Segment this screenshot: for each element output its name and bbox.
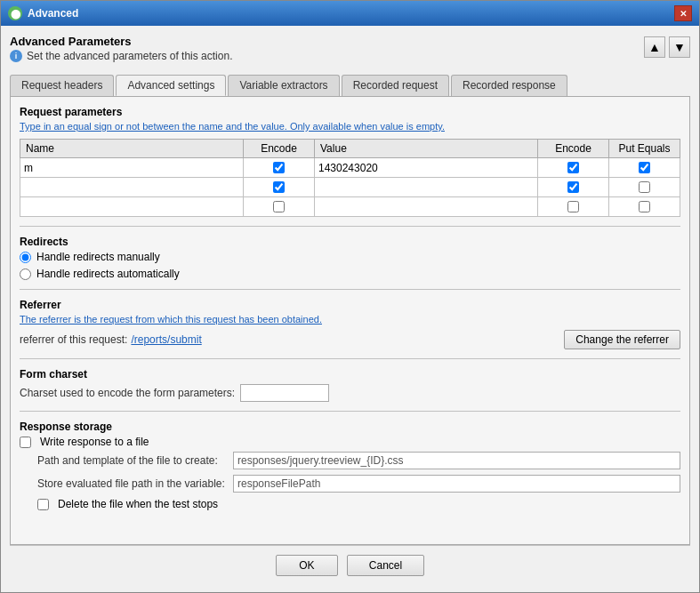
row2-value[interactable]: [315, 178, 538, 197]
form-charset-section: Form charset Charset used to encode the …: [20, 368, 680, 402]
close-button[interactable]: ✕: [674, 5, 692, 21]
tab-variable-extractors[interactable]: Variable extractors: [228, 75, 339, 96]
tab-advanced-settings[interactable]: Advanced settings: [116, 75, 226, 96]
row3-value[interactable]: [315, 197, 538, 217]
delete-file-label: Delete the file when the test stops: [58, 498, 218, 510]
response-storage-section: Response storage Write response to a fil…: [20, 421, 680, 510]
store-variable-label: Store evaluated file path in the variabl…: [37, 477, 233, 490]
row2-name[interactable]: [20, 178, 244, 197]
section-subtitle: i Set the advanced parameters of this ac…: [10, 50, 644, 62]
row2-put-equals-checkbox[interactable]: [639, 181, 650, 193]
cancel-button[interactable]: Cancel: [347, 555, 424, 576]
row3-put-equals-checkbox[interactable]: [639, 201, 650, 212]
title-bar: ⬤ Advanced ✕: [1, 1, 699, 26]
col-name: Name: [20, 140, 244, 158]
request-params-table: Name Encode Value Encode Put Equals: [20, 139, 680, 217]
toolbar-down-button[interactable]: ▼: [669, 36, 690, 58]
window-content: Advanced Parameters i Set the advanced p…: [1, 26, 699, 592]
row1-encode2-checkbox[interactable]: [567, 162, 579, 173]
row2-encode2-checkbox[interactable]: [567, 181, 579, 193]
tab-request-headers[interactable]: Request headers: [10, 75, 114, 96]
row1-encode1[interactable]: [244, 158, 315, 178]
redirect-auto-radio[interactable]: [20, 268, 31, 280]
redirects-section: Redirects Handle redirects manually Hand…: [20, 236, 680, 280]
row3-name[interactable]: [20, 197, 244, 217]
row3-encode1-checkbox[interactable]: [273, 201, 285, 212]
path-template-row: Path and template of the file to create:: [37, 452, 680, 469]
ok-button[interactable]: OK: [276, 555, 338, 576]
app-icon: ⬤: [8, 6, 22, 20]
response-storage-label: Response storage: [20, 421, 680, 433]
row2-value-input[interactable]: [318, 181, 534, 194]
row1-name[interactable]: [20, 158, 244, 178]
row2-put-equals[interactable]: [609, 178, 680, 197]
col-encode2: Encode: [538, 140, 609, 158]
col-encode1: Encode: [244, 140, 315, 158]
row3-name-input[interactable]: [24, 201, 239, 213]
row1-value-input[interactable]: [318, 162, 534, 174]
window-title: Advanced: [28, 7, 674, 20]
row1-encode2[interactable]: [538, 158, 609, 178]
request-params-hint: Type in an equal sign or not between the…: [20, 121, 680, 132]
row2-name-input[interactable]: [24, 181, 239, 194]
row3-encode1[interactable]: [244, 197, 315, 217]
col-put-equals: Put Equals: [609, 140, 680, 158]
redirect-manual-radio[interactable]: [20, 252, 31, 263]
write-response-checkbox[interactable]: [20, 437, 31, 448]
table-row: [20, 178, 680, 197]
section-title: Advanced Parameters: [10, 35, 644, 48]
toolbar-buttons: ▲ ▼: [644, 36, 690, 58]
info-icon: i: [10, 50, 22, 62]
row2-encode2[interactable]: [538, 178, 609, 197]
row3-value-input[interactable]: [318, 201, 534, 213]
top-section: Advanced Parameters i Set the advanced p…: [10, 35, 690, 69]
footer-bar: OK Cancel: [10, 545, 690, 583]
referrer-hint: The referrer is the request from which t…: [20, 314, 680, 325]
form-charset-input[interactable]: [240, 384, 329, 402]
request-params-label: Request parameters: [20, 106, 680, 118]
referrer-row: referrer of this request: /reports/submi…: [20, 330, 680, 349]
form-charset-row: Charset used to encode the form paramete…: [20, 384, 680, 402]
redirect-manual-text: Handle redirects manually: [36, 251, 160, 263]
redirects-label: Redirects: [20, 236, 680, 248]
row1-name-input[interactable]: [24, 162, 239, 174]
row2-encode1[interactable]: [244, 178, 315, 197]
referrer-row-value: /reports/submit: [131, 333, 564, 346]
row3-put-equals[interactable]: [609, 197, 680, 217]
row3-encode2[interactable]: [538, 197, 609, 217]
referrer-label: Referrer: [20, 299, 680, 311]
table-row: [20, 158, 680, 178]
delete-file-row: Delete the file when the test stops: [37, 498, 680, 510]
write-response-row: Write response to a file: [20, 436, 680, 448]
row1-put-equals-checkbox[interactable]: [639, 162, 650, 173]
delete-file-checkbox[interactable]: [37, 499, 49, 510]
store-variable-row: Store evaluated file path in the variabl…: [37, 475, 680, 493]
table-row: [20, 197, 680, 217]
tab-recorded-request[interactable]: Recorded request: [342, 75, 449, 96]
row2-encode1-checkbox[interactable]: [273, 181, 285, 193]
tab-content-advanced-settings: Request parameters Type in an equal sign…: [10, 96, 690, 545]
tab-bar: Request headers Advanced settings Variab…: [10, 75, 690, 96]
change-referrer-button[interactable]: Change the referrer: [564, 330, 680, 349]
form-charset-label: Form charset: [20, 368, 680, 381]
row1-put-equals[interactable]: [609, 158, 680, 178]
form-charset-row-label: Charset used to encode the form paramete…: [20, 387, 235, 399]
row1-value[interactable]: [315, 158, 538, 178]
redirect-auto-label[interactable]: Handle redirects automatically: [20, 268, 680, 280]
store-variable-input[interactable]: [233, 475, 680, 493]
toolbar-up-button[interactable]: ▲: [644, 36, 665, 58]
main-window: ⬤ Advanced ✕ Advanced Parameters i Set t…: [0, 0, 700, 593]
redirect-manual-label[interactable]: Handle redirects manually: [20, 251, 680, 263]
header-left: Advanced Parameters i Set the advanced p…: [10, 35, 644, 69]
path-template-label: Path and template of the file to create:: [37, 454, 233, 467]
redirect-auto-text: Handle redirects automatically: [36, 268, 180, 280]
referrer-row-label: referrer of this request:: [20, 333, 127, 346]
row3-encode2-checkbox[interactable]: [567, 201, 579, 212]
tab-recorded-response[interactable]: Recorded response: [451, 75, 567, 96]
referrer-section: Referrer The referrer is the request fro…: [20, 299, 680, 349]
request-params-section: Request parameters Type in an equal sign…: [20, 106, 680, 217]
write-response-label: Write response to a file: [40, 436, 149, 448]
row1-encode1-checkbox[interactable]: [273, 162, 285, 173]
col-value: Value: [315, 140, 538, 158]
path-template-input[interactable]: [233, 452, 680, 469]
